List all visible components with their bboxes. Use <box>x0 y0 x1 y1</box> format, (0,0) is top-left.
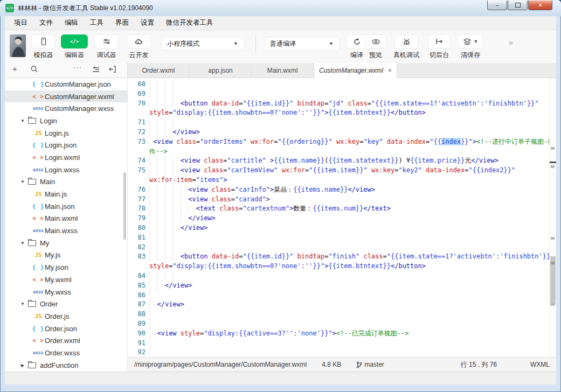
code-line-86[interactable]: 86 <box>128 291 550 300</box>
tree-folder-Order[interactable]: ▼Order <box>5 298 127 310</box>
code-line-82[interactable]: 82 <box>128 243 550 253</box>
menu-item[interactable]: 项目 <box>8 16 33 30</box>
tree-file-Login.wxml[interactable]: < >Login.wxml <box>5 151 127 164</box>
more-icon[interactable]: ··· <box>73 63 82 71</box>
menu-item[interactable]: 界面 <box>109 16 135 30</box>
code-line-81[interactable]: 81 <box>128 233 550 243</box>
tree-file-Order.js[interactable]: JSOrder.js <box>5 310 127 323</box>
maximize-button[interactable] <box>508 1 528 10</box>
code-line-71[interactable]: 71 <box>128 118 550 128</box>
tab-Order.wxml[interactable]: Order.wxml <box>128 63 190 78</box>
tree-file-Login.json[interactable]: { }Login.json <box>5 139 127 151</box>
switch-background-button[interactable]: 切后台 <box>425 34 453 60</box>
debugger-button[interactable]: 调试器 <box>94 34 119 60</box>
code-line-89[interactable]: 89 <box>128 319 550 329</box>
close-button[interactable]: ✕ <box>528 1 552 10</box>
collapse-all-icon[interactable] <box>92 66 100 73</box>
tree-file-CustomManager.json[interactable]: { }CustomManager.json <box>5 78 127 90</box>
code-line-72[interactable]: 72 </view> <box>128 128 550 137</box>
line-number: 78 <box>128 204 146 214</box>
code-editor[interactable]: 686970 <button data-id="{{item.id}}" bin… <box>128 78 556 372</box>
code-text: <view style="display:{{active==3?'':'non… <box>149 329 408 339</box>
code-line-73[interactable]: 73 <view class="orderItems" wx:for="{{or… <box>128 137 550 147</box>
menu-item[interactable]: 设置 <box>135 16 160 30</box>
code-line-74[interactable]: 74 <view class="cartitle" >{{item.name}}… <box>128 156 550 166</box>
tree-file-Order.wxss[interactable]: wxssOrder.wxss <box>5 347 127 359</box>
mode-select[interactable]: 小程序模式 ▼ <box>161 37 244 51</box>
code-line-76[interactable]: 76 <view class="carInfo">菜品：{{items.name… <box>128 185 550 195</box>
menu-item[interactable]: 文件 <box>33 16 59 30</box>
code-line-wrap[interactable]: 作--> <box>128 147 550 157</box>
sidebar-scrollbar[interactable] <box>123 172 126 240</box>
menu-item[interactable]: 工具 <box>84 16 109 30</box>
tab-CustomManager.wxml[interactable]: CustomManager.wxml× <box>314 63 397 78</box>
menu-item[interactable]: 微信开发者工具 <box>160 16 219 30</box>
code-line-79[interactable]: 79 </view> <box>128 214 550 223</box>
close-tab-icon[interactable]: × <box>388 67 392 74</box>
clear-cache-button[interactable]: ▼ 清缓存 <box>455 34 486 60</box>
language-mode[interactable]: WXML <box>530 361 550 368</box>
simulator-button[interactable]: 模拟器 <box>31 34 56 60</box>
tree-file-My.json[interactable]: { }My.json <box>5 261 127 274</box>
editor-overview-ruler[interactable] <box>549 78 556 372</box>
code-line-69[interactable]: 69 <box>128 89 550 99</box>
code-line-84[interactable]: 84 <box>128 271 550 281</box>
tree-file-My.wxml[interactable]: < >My.wxml <box>5 274 127 286</box>
tree-folder-Login[interactable]: ▼Login <box>5 115 127 127</box>
chevron-down-icon[interactable]: ▼ <box>20 118 25 123</box>
tree-file-Order.json[interactable]: { }Order.json <box>5 323 127 335</box>
code-line-75[interactable]: 75 <view class="carItemView" wx:for="{{i… <box>128 166 550 176</box>
chevron-down-icon[interactable]: ▼ <box>20 302 25 306</box>
editor-button[interactable]: </> 编辑器 <box>61 34 88 60</box>
code-line-92[interactable]: 92 <box>128 348 550 358</box>
tree-file-My.wxss[interactable]: wxssMy.wxss <box>5 286 127 298</box>
tree-file-Main.js[interactable]: JSMain.js <box>5 188 127 200</box>
code-line-wrap[interactable]: style="display:{{item.showbtn==0?'none':… <box>128 262 550 271</box>
code-line-70[interactable]: 70 <button data-id="{{item.id}}" bindtap… <box>128 99 550 109</box>
code-line-90[interactable]: 90 <view style="display:{{active==3?'':'… <box>128 329 550 339</box>
code-text: <view class="caradd"> <box>149 195 270 205</box>
line-number: 79 <box>128 214 146 223</box>
tree-file-Login.js[interactable]: JSLogin.js <box>5 127 127 139</box>
code-line-wrap[interactable]: wx:for-item="items"> <box>128 176 550 185</box>
tree-folder-addFunction[interactable]: ▶addFunction <box>5 359 127 372</box>
tab-Main.wxml[interactable]: Main.wxml <box>252 63 314 78</box>
code-line-83[interactable]: 83 <button data-id="{{item.id}}" bindtap… <box>128 252 550 262</box>
tree-file-Order.wxml[interactable]: < >Order.wxml <box>5 334 127 347</box>
tree-file-Main.wxml[interactable]: < >Main.wxml <box>5 213 127 225</box>
indent-guide <box>157 233 157 243</box>
compile-mode-select[interactable]: 普通编译 ▼ <box>264 37 340 51</box>
file-name: Order.wxss <box>45 349 80 357</box>
tree-file-CustomManager.wxml[interactable]: < >CustomManager.wxml <box>5 90 127 103</box>
chevron-down-icon[interactable]: ▼ <box>20 179 25 184</box>
device-debug-button[interactable]: 真机调试 <box>389 34 424 60</box>
code-line-78[interactable]: 78 <text class="cartextnum">数量：{{items.n… <box>128 204 550 214</box>
code-line-68[interactable]: 68 <box>128 80 550 89</box>
menu-item[interactable]: 编辑 <box>59 16 84 30</box>
code-line-77[interactable]: 77 <view class="caradd"> <box>128 195 550 205</box>
tree-file-CustomManager.wxss[interactable]: wxssCustomManager.wxss <box>5 102 127 115</box>
tree-file-My.js[interactable]: JSMy.js <box>5 249 127 262</box>
tree-file-Main.wxss[interactable]: wxssMain.wxss <box>5 225 127 237</box>
chevron-right-icon[interactable]: ▶ <box>20 363 25 368</box>
chevron-down-icon[interactable]: ▼ <box>20 241 25 246</box>
code-line-80[interactable]: 80 </view> <box>128 223 550 233</box>
toolbar-overflow-button[interactable]: » <box>509 38 512 47</box>
tree-folder-My[interactable]: ▼My <box>5 237 127 249</box>
preview-button[interactable]: 预览 <box>364 34 387 60</box>
avatar[interactable] <box>10 34 26 57</box>
cloud-dev-button[interactable]: 云开发 <box>127 34 151 60</box>
code-line-wrap[interactable]: style="display:{{item.showbtn==0?'none':… <box>128 108 550 118</box>
code-line-88[interactable]: 88 <box>128 310 550 319</box>
tree-file-Main.json[interactable]: { }Main.json <box>5 200 127 213</box>
hide-sidebar-icon[interactable] <box>109 66 116 73</box>
tab-app.json[interactable]: app.json <box>190 63 252 78</box>
search-icon[interactable] <box>30 65 38 73</box>
tree-folder-Main[interactable]: ▼Main <box>5 176 127 188</box>
tree-file-Login.wxss[interactable]: wxssLogin.wxss <box>5 164 127 176</box>
code-line-85[interactable]: 85 </view> <box>128 281 550 291</box>
minimize-button[interactable]: – <box>487 1 507 10</box>
code-line-91[interactable]: 91 <box>128 339 550 348</box>
code-line-87[interactable]: 87 </view> <box>128 300 550 310</box>
add-file-icon[interactable]: + <box>12 64 17 73</box>
